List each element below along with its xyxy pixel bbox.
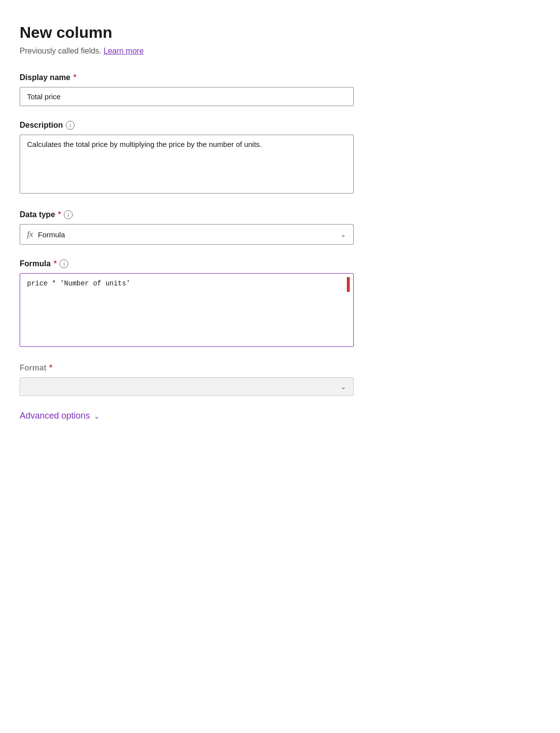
data-type-select[interactable]: fx Formula ⌄ [20,224,354,245]
data-type-value: Formula [38,230,65,239]
data-type-select-wrapper: fx Formula ⌄ [20,224,354,245]
format-select[interactable]: ⌄ [20,377,354,396]
formula-label: Formula * i [20,259,354,268]
data-type-info-icon[interactable]: i [64,210,73,219]
page-title: New column [20,24,540,42]
formula-fx-icon: fx [27,229,33,239]
formula-wrapper: price * 'Number of units' [20,273,354,349]
learn-more-link[interactable]: Learn more [104,47,144,55]
description-label: Description i [20,121,354,130]
formula-group: Formula * i price * 'Number of units' [20,259,354,349]
format-label: Format * [20,364,354,372]
formula-required: * [54,259,56,268]
advanced-options-toggle[interactable]: Advanced options ⌄ [20,411,540,421]
description-group: Description i Calculates the total price… [20,121,354,196]
data-type-chevron-icon: ⌄ [340,230,346,238]
display-name-required: * [73,73,76,82]
format-group: Format * ⌄ [20,364,354,396]
formula-error-indicator [347,277,350,292]
data-type-required: * [58,210,61,219]
advanced-options-label: Advanced options [20,411,90,421]
description-info-icon[interactable]: i [66,121,75,130]
display-name-label: Display name * [20,73,354,82]
formula-input[interactable]: price * 'Number of units' [20,273,354,347]
display-name-group: Display name * [20,73,354,106]
description-input[interactable]: Calculates the total price by multiplyin… [20,135,354,194]
page-subtitle: Previously called fields. Learn more [20,47,540,56]
format-required: * [49,364,52,372]
advanced-options-chevron-icon: ⌄ [94,412,100,420]
formula-info-icon[interactable]: i [59,259,68,268]
display-name-input[interactable] [20,87,354,106]
data-type-label: Data type * i [20,210,354,219]
format-chevron-icon: ⌄ [340,383,346,391]
data-type-group: Data type * i fx Formula ⌄ [20,210,354,245]
